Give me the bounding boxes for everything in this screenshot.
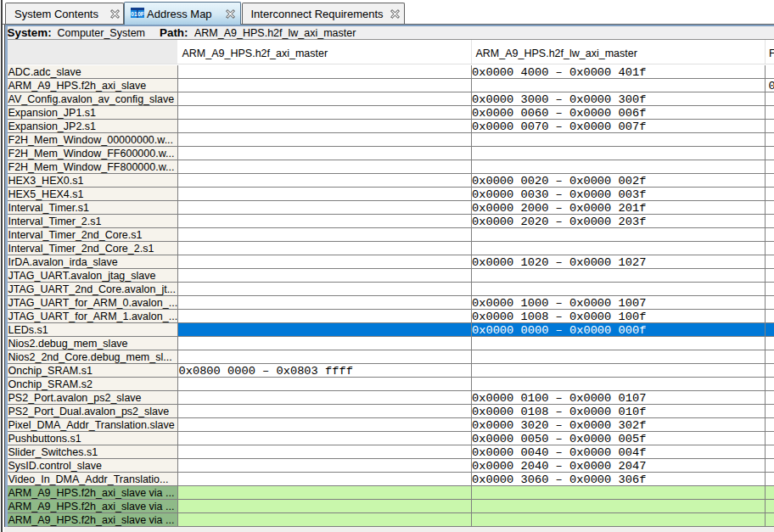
svg-text:0F: 0F <box>137 11 144 17</box>
svg-text:01: 01 <box>131 11 137 17</box>
